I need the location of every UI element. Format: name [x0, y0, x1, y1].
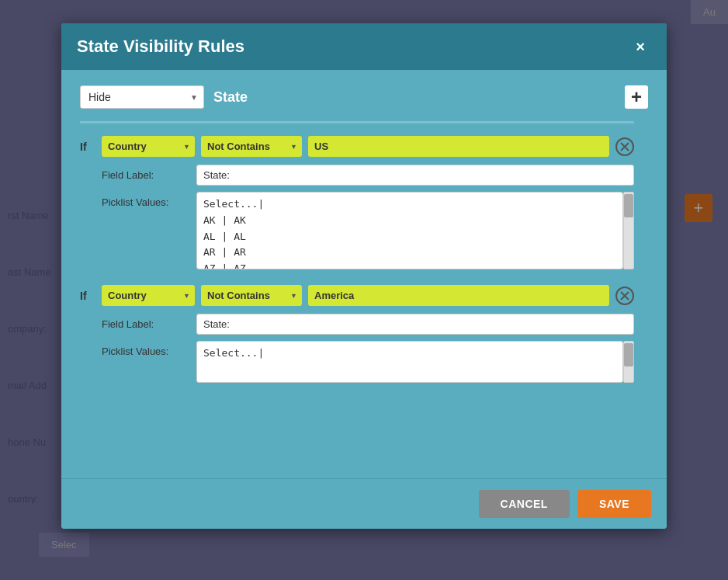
rule-divider: [80, 121, 634, 123]
rule-1-condition-wrapper: Not Contains Contains Equals: [201, 136, 302, 157]
rule-2-picklist-area: Select...|: [196, 341, 634, 383]
rule-1-picklist-scrollbar: [623, 192, 634, 269]
rule-1-picklist-area: Select...| AK | AK AL | AL AR | AR AZ | …: [196, 192, 634, 269]
rule-2-picklist-row: Picklist Values: Select...|: [80, 341, 634, 383]
modal-body: Hide Show State + If Country: [61, 70, 667, 478]
rule-1-condition-select[interactable]: Not Contains Contains Equals: [201, 136, 302, 157]
rule-2-field-label-text: Field Label:: [102, 314, 187, 330]
rule-2-country-wrapper: Country: [102, 285, 195, 306]
rule-2-picklist-label-text: Picklist Values:: [102, 341, 187, 357]
rule-1-value-input[interactable]: [308, 136, 609, 157]
remove-icon: [620, 142, 629, 151]
state-label: State: [213, 89, 615, 106]
rules-scroll-area[interactable]: If Country Not Contains Contains Equals: [80, 121, 648, 478]
rule-2-field-label-input[interactable]: [196, 314, 634, 335]
remove-icon-2: [620, 291, 629, 300]
rule-2-field-label-row: Field Label:: [80, 314, 634, 335]
hide-select[interactable]: Hide Show: [80, 85, 204, 109]
add-rule-button[interactable]: +: [625, 85, 648, 109]
rule-1-remove-button[interactable]: [615, 137, 634, 156]
rule-1-field-label-input[interactable]: [196, 165, 634, 186]
rule-2-remove-button[interactable]: [615, 287, 634, 305]
rule-1-picklist-textarea[interactable]: Select...| AK | AK AL | AL AR | AR AZ | …: [196, 192, 623, 269]
modal-overlay: State Visibility Rules × Hide Show State…: [0, 0, 728, 580]
rule-2-picklist-scrollbar: [623, 341, 634, 383]
rule-1-field-label-text: Field Label:: [102, 165, 187, 181]
rule-2-condition-select[interactable]: Not Contains Contains Equals: [201, 285, 302, 306]
rule-1-if-row: If Country Not Contains Contains Equals: [80, 136, 634, 157]
rule-1-field-select[interactable]: Country: [102, 136, 195, 157]
rule-2-picklist-textarea[interactable]: Select...|: [196, 341, 623, 383]
rule-2-if-label: If: [80, 290, 95, 302]
rule-2-field-select[interactable]: Country: [102, 285, 195, 306]
rule-1-picklist-label-text: Picklist Values:: [102, 192, 187, 208]
modal-header: State Visibility Rules ×: [61, 23, 667, 70]
modal-footer: CANCEL SAVE: [61, 478, 667, 529]
rule-1-picklist-scrollbar-thumb: [624, 194, 633, 217]
rule-1-field-label-row: Field Label:: [80, 165, 634, 186]
rule-block-2: If Country Not Contains Contains Equals: [80, 285, 645, 383]
modal-close-button[interactable]: ×: [629, 36, 651, 57]
rule-2-condition-wrapper: Not Contains Contains Equals: [201, 285, 302, 306]
state-visibility-rules-modal: State Visibility Rules × Hide Show State…: [61, 23, 667, 529]
rule-block-1: If Country Not Contains Contains Equals: [80, 136, 645, 269]
rule-2-value-input[interactable]: [308, 285, 609, 306]
rule-header-row: Hide Show State +: [80, 85, 648, 109]
rule-2-picklist-scrollbar-thumb: [624, 343, 633, 366]
rule-1-if-label: If: [80, 141, 95, 153]
rule-2-if-row: If Country Not Contains Contains Equals: [80, 285, 634, 306]
cancel-button[interactable]: CANCEL: [479, 490, 570, 518]
modal-title: State Visibility Rules: [77, 36, 244, 57]
rule-1-picklist-row: Picklist Values: Select...| AK | AK AL |…: [80, 192, 634, 269]
rule-1-country-wrapper: Country: [102, 136, 195, 157]
save-button[interactable]: SAVE: [577, 490, 651, 518]
hide-select-wrapper: Hide Show: [80, 85, 204, 109]
